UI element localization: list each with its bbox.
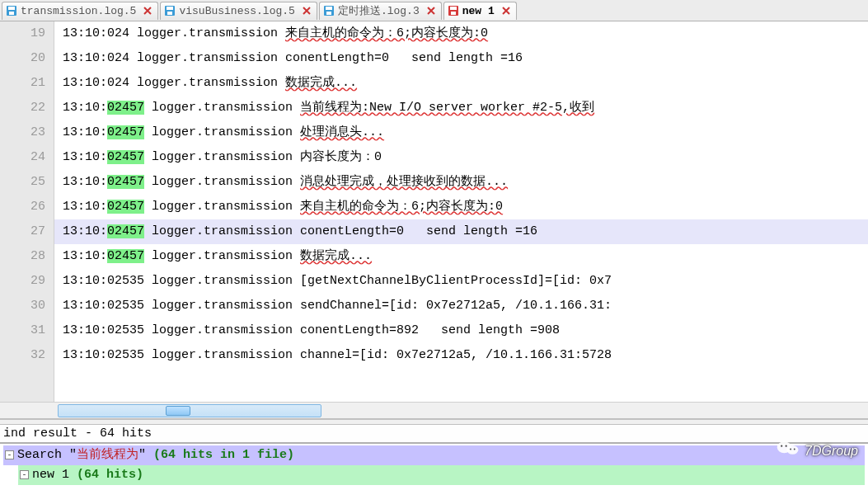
find-results-panel: ind result - 64 hits -Search "当前线程为" (64… [0, 425, 868, 490]
search-highlight: 02457 [107, 249, 144, 263]
svg-point-13 [787, 445, 799, 455]
close-icon[interactable] [302, 6, 312, 16]
watermark-text: 7DGroup [805, 441, 858, 461]
tab-1[interactable]: visuBusiness.log.5 [160, 2, 317, 20]
code-line[interactable]: 13:10:02535 logger.transmission channel=… [54, 343, 868, 368]
log-message: 来自主机的命令为：6;内容长度为:0 [285, 26, 488, 40]
code-line[interactable]: 13:10:024 logger.transmission 数据完成... [54, 71, 868, 96]
search-suffix: " [138, 448, 153, 462]
log-message: 消息处理完成，处理接收到的数据... [300, 175, 508, 189]
line-number: 32 [0, 343, 45, 368]
line-number: 19 [0, 21, 45, 46]
file-hit-count: (64 hits) [77, 468, 143, 482]
line-number: 30 [0, 294, 45, 318]
search-highlight: 02457 [107, 150, 144, 164]
find-results-status: ind result - 64 hits [0, 425, 868, 444]
line-number: 26 [0, 195, 45, 219]
svg-rect-1 [8, 7, 15, 10]
code-line[interactable]: 13:10:02457 logger.transmission 消息处理完成，处… [54, 170, 868, 195]
panel-divider[interactable] [0, 418, 868, 425]
tab-0[interactable]: transmission.log.5 [2, 2, 158, 20]
svg-point-14 [781, 445, 782, 447]
horizontal-scrollbar[interactable] [58, 404, 321, 417]
code-line[interactable]: 13:10:02457 logger.transmission 内容长度为：0 [54, 145, 868, 170]
svg-rect-11 [451, 12, 456, 15]
find-results-search-node[interactable]: -Search "当前线程为" (64 hits in 1 file) [3, 445, 865, 465]
svg-rect-10 [450, 7, 457, 10]
log-message: [getNextChannelByClientProcessId]=[id: 0… [300, 274, 612, 288]
code-area[interactable]: 13:10:024 logger.transmission 来自主机的命令为：6… [54, 21, 868, 402]
horizontal-scrollbar-thumb[interactable] [166, 406, 190, 416]
log-message: 来自主机的命令为：6;内容长度为:0 [300, 200, 503, 214]
tab-bar: transmission.log.5visuBusiness.log.5定时推送… [0, 0, 868, 21]
line-number: 22 [0, 96, 45, 120]
svg-rect-5 [167, 12, 172, 15]
line-number: 29 [0, 269, 45, 294]
find-results-file-node[interactable]: -new 1 (64 hits) [18, 465, 865, 485]
svg-rect-2 [9, 12, 14, 15]
search-term: 当前线程为 [77, 448, 138, 462]
tree-collapse-icon[interactable]: - [20, 470, 29, 479]
code-line[interactable]: 13:10:024 logger.transmission conentLeng… [54, 46, 868, 71]
log-message: 当前线程为:New I/O server worker #2-5,收到 [300, 101, 594, 115]
tab-2[interactable]: 定时推送.log.3 [319, 2, 442, 20]
tab-label: transmission.log.5 [21, 5, 136, 17]
log-message: 处理消息头... [300, 125, 384, 139]
code-line[interactable]: 13:10:02535 logger.transmission sendChan… [54, 294, 868, 318]
code-line[interactable]: 13:10:02535 logger.transmission [getNext… [54, 269, 868, 294]
code-line[interactable]: 13:10:024 logger.transmission 来自主机的命令为：6… [54, 21, 868, 46]
code-line[interactable]: 13:10:02457 logger.transmission conentLe… [54, 219, 868, 244]
log-message: channel=[id: 0x7e2712a5, /10.1.166.31:57… [300, 348, 612, 362]
wechat-icon [777, 440, 800, 462]
search-highlight: 02457 [107, 200, 144, 214]
scroll-spacer-left [0, 403, 58, 418]
line-number: 20 [0, 46, 45, 71]
editor: 1920212223242526272829303132 13:10:024 l… [0, 21, 868, 402]
tree-collapse-icon[interactable]: - [5, 450, 14, 459]
svg-rect-4 [167, 7, 173, 10]
watermark: 7DGroup [777, 440, 858, 462]
find-results-tree: -Search "当前线程为" (64 hits in 1 file) -new… [0, 444, 868, 490]
svg-point-15 [786, 445, 787, 447]
log-message: conentLength=0 send length =16 [285, 51, 523, 65]
save-disk-icon [6, 5, 17, 16]
line-number: 24 [0, 145, 45, 170]
line-number: 25 [0, 170, 45, 195]
line-number: 28 [0, 244, 45, 269]
search-highlight: 02457 [107, 101, 144, 115]
svg-rect-7 [326, 7, 332, 10]
line-number: 23 [0, 120, 45, 145]
code-line[interactable]: 13:10:02457 logger.transmission 处理消息头... [54, 120, 868, 145]
line-number: 31 [0, 318, 45, 343]
log-message: conentLength=892 send length =908 [300, 323, 560, 337]
tab-3[interactable]: new 1 [443, 2, 517, 20]
tab-label: new 1 [462, 5, 495, 17]
save-disk-icon [164, 5, 176, 16]
search-prefix: Search " [17, 448, 77, 462]
search-highlight: 02457 [107, 125, 144, 139]
close-icon[interactable] [143, 6, 152, 16]
code-line[interactable]: 13:10:02457 logger.transmission 数据完成... [54, 244, 868, 269]
log-message: 数据完成... [285, 76, 357, 90]
code-line[interactable]: 13:10:02457 logger.transmission 来自主机的命令为… [54, 195, 868, 219]
save-disk-icon [323, 5, 335, 16]
search-highlight: 02457 [107, 175, 144, 189]
line-number-gutter: 1920212223242526272829303132 [0, 21, 54, 402]
svg-rect-8 [326, 12, 331, 15]
close-icon[interactable] [426, 6, 436, 16]
log-message: sendChannel=[id: 0x7e2712a5, /10.1.166.3… [300, 299, 612, 313]
svg-point-17 [794, 449, 795, 450]
close-icon[interactable] [501, 6, 511, 16]
code-line[interactable]: 13:10:02457 logger.transmission 当前线程为:Ne… [54, 96, 868, 120]
tab-label: visuBusiness.log.5 [179, 5, 294, 17]
horizontal-scrollbar-row [0, 402, 868, 418]
log-message: conentLength=0 send length =16 [300, 224, 537, 238]
code-line[interactable]: 13:10:02535 logger.transmission conentLe… [54, 318, 868, 343]
log-message: 内容长度为：0 [300, 150, 382, 164]
file-label: new 1 [32, 468, 77, 482]
svg-point-16 [790, 449, 791, 450]
log-message: 数据完成... [300, 249, 372, 263]
save-disk-icon [448, 5, 459, 16]
search-highlight: 02457 [107, 224, 144, 238]
line-number: 27 [0, 219, 45, 244]
